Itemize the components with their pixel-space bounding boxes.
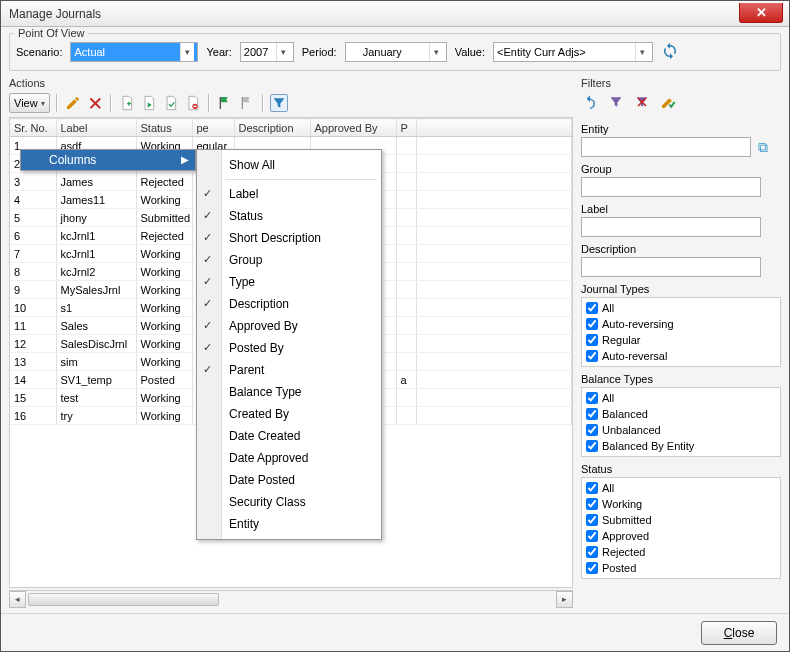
check-icon: ✓ — [203, 341, 212, 354]
year-select[interactable]: 2007 ▾ — [240, 42, 294, 62]
entity-input[interactable] — [581, 137, 751, 157]
columns-menu-item[interactable]: Date Posted — [197, 469, 381, 491]
grid-col-1[interactable]: Label — [56, 119, 136, 137]
journal-type-row[interactable]: Auto-reversal — [586, 348, 776, 364]
journal-type-row[interactable]: Regular — [586, 332, 776, 348]
balance-type-checkbox[interactable] — [586, 408, 598, 420]
journal-type-checkbox[interactable] — [586, 318, 598, 330]
balance-types-label: Balance Types — [581, 373, 781, 385]
doc-new-icon[interactable] — [118, 94, 136, 112]
scenario-select[interactable]: Actual ▾ — [70, 42, 198, 62]
status-type-checkbox[interactable] — [586, 498, 598, 510]
journal-type-label: Regular — [602, 334, 641, 346]
journal-type-checkbox[interactable] — [586, 334, 598, 346]
delete-icon[interactable] — [86, 94, 104, 112]
label-input[interactable] — [581, 217, 761, 237]
columns-menu-item[interactable]: ✓Parent — [197, 359, 381, 381]
columns-menu-item[interactable]: Date Approved — [197, 447, 381, 469]
chevron-down-icon: ▾ — [276, 43, 290, 61]
journal-type-row[interactable]: All — [586, 300, 776, 316]
columns-menu-item[interactable]: ✓Status — [197, 205, 381, 227]
view-menu-columns[interactable]: Columns ▶ — [21, 150, 195, 170]
status-type-row[interactable]: Working — [586, 496, 776, 512]
columns-menu-item[interactable]: ✓Posted By — [197, 337, 381, 359]
balance-type-row[interactable]: Balanced By Entity — [586, 438, 776, 454]
dialog-footer: Close — [1, 613, 789, 651]
status-type-checkbox[interactable] — [586, 530, 598, 542]
filter-clear-icon[interactable] — [633, 93, 651, 111]
columns-menu-item-label: Entity — [229, 517, 259, 531]
grid-col-6[interactable]: P — [396, 119, 416, 137]
journal-type-checkbox[interactable] — [586, 350, 598, 362]
grid-col-5[interactable]: Approved By — [310, 119, 396, 137]
entity-picker-icon[interactable]: ⧉ — [755, 139, 771, 155]
balance-type-checkbox[interactable] — [586, 424, 598, 436]
check-icon: ✓ — [203, 253, 212, 266]
status-type-row[interactable]: All — [586, 480, 776, 496]
flag-gray-icon[interactable] — [238, 94, 256, 112]
columns-menu-item[interactable]: ✓Label — [197, 183, 381, 205]
refresh-pov-button[interactable] — [661, 42, 679, 62]
doc-check-icon[interactable] — [162, 94, 180, 112]
columns-menu-item[interactable]: ✓Type — [197, 271, 381, 293]
scroll-track[interactable] — [26, 591, 556, 608]
doc-stop-icon[interactable] — [184, 94, 202, 112]
description-input[interactable] — [581, 257, 761, 277]
balance-type-checkbox[interactable] — [586, 392, 598, 404]
columns-menu-item[interactable]: Created By — [197, 403, 381, 425]
titlebar: Manage Journals ✕ — [1, 1, 789, 27]
status-type-row[interactable]: Rejected — [586, 544, 776, 560]
balance-type-row[interactable]: All — [586, 390, 776, 406]
balance-type-checkbox[interactable] — [586, 440, 598, 452]
grid-col-0[interactable]: Sr. No. — [10, 119, 56, 137]
status-type-row[interactable]: Submitted — [586, 512, 776, 528]
columns-menu-item[interactable]: ✓Group — [197, 249, 381, 271]
group-input[interactable] — [581, 177, 761, 197]
scroll-thumb[interactable] — [28, 593, 219, 606]
edit-icon[interactable] — [64, 94, 82, 112]
columns-menu-item[interactable]: Balance Type — [197, 381, 381, 403]
columns-menu-item[interactable]: Security Class — [197, 491, 381, 513]
window-title: Manage Journals — [9, 7, 101, 21]
view-button-label: View — [14, 97, 38, 109]
status-types-label: Status — [581, 463, 781, 475]
filter-funnel-icon[interactable] — [607, 93, 625, 111]
columns-menu-item[interactable]: ✓Approved By — [197, 315, 381, 337]
status-type-checkbox[interactable] — [586, 546, 598, 558]
close-button[interactable]: Close — [701, 621, 777, 645]
filter-apply-icon[interactable] — [659, 93, 677, 111]
columns-menu-item[interactable]: Entity — [197, 513, 381, 535]
scroll-left-icon[interactable]: ◂ — [9, 591, 26, 608]
columns-menu-item-label: Short Description — [229, 231, 321, 245]
status-type-checkbox[interactable] — [586, 514, 598, 526]
doc-right-icon[interactable] — [140, 94, 158, 112]
columns-submenu[interactable]: Show All✓Label✓Status✓Short Description✓… — [196, 149, 382, 540]
balance-type-row[interactable]: Balanced — [586, 406, 776, 422]
columns-menu-item[interactable]: ✓Description — [197, 293, 381, 315]
scroll-right-icon[interactable]: ▸ — [556, 591, 573, 608]
columns-menu-item-label: Group — [229, 253, 262, 267]
filter-reset-icon[interactable] — [581, 93, 599, 111]
period-select[interactable]: January ▾ — [345, 42, 447, 62]
filter-icon[interactable] — [270, 94, 288, 112]
grid-col-3[interactable]: pe — [192, 119, 234, 137]
status-type-checkbox[interactable] — [586, 562, 598, 574]
columns-menu-item[interactable]: Date Created — [197, 425, 381, 447]
view-menu[interactable]: Columns ▶ — [20, 149, 196, 171]
horizontal-scrollbar[interactable]: ◂ ▸ — [9, 590, 573, 607]
columns-menu-item[interactable]: ✓Short Description — [197, 227, 381, 249]
status-type-checkbox[interactable] — [586, 482, 598, 494]
journal-type-checkbox[interactable] — [586, 302, 598, 314]
grid-col-2[interactable]: Status — [136, 119, 192, 137]
view-button[interactable]: View ▾ — [9, 93, 50, 113]
flag-green-icon[interactable] — [216, 94, 234, 112]
status-type-row[interactable]: Approved — [586, 528, 776, 544]
balance-type-row[interactable]: Unbalanced — [586, 422, 776, 438]
check-icon: ✓ — [203, 209, 212, 222]
columns-menu-item[interactable]: Show All — [197, 154, 381, 176]
value-select[interactable]: <Entity Curr Adjs> ▾ — [493, 42, 653, 62]
status-type-row[interactable]: Posted — [586, 560, 776, 576]
window-close-button[interactable]: ✕ — [739, 3, 783, 23]
journal-type-row[interactable]: Auto-reversing — [586, 316, 776, 332]
grid-col-4[interactable]: Description — [234, 119, 310, 137]
